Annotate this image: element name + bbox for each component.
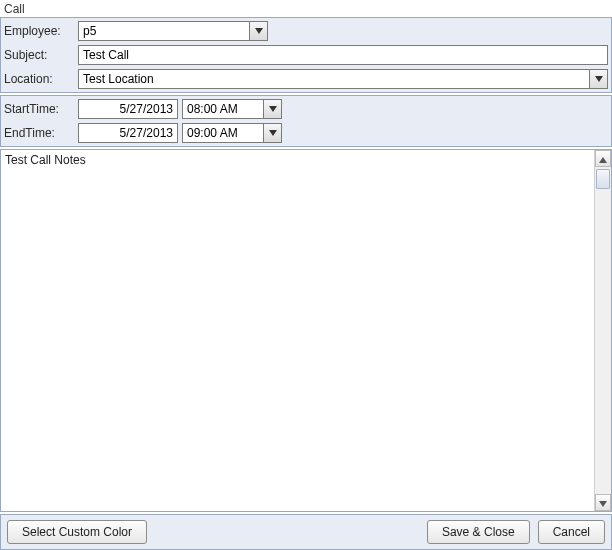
chevron-down-icon (269, 106, 277, 112)
end-time-input[interactable] (183, 124, 263, 142)
subject-row: Subject: (4, 44, 608, 66)
cancel-button[interactable]: Cancel (538, 520, 605, 544)
start-time-dropdown-button[interactable] (263, 100, 281, 118)
location-dropdown-button[interactable] (589, 70, 607, 88)
start-time-combo[interactable] (182, 99, 282, 119)
chevron-down-icon (595, 76, 603, 82)
chevron-up-icon (599, 152, 607, 166)
notes-panel (0, 149, 612, 512)
end-date-input[interactable] (78, 123, 178, 143)
end-time-dropdown-button[interactable] (263, 124, 281, 142)
footer-bar: Select Custom Color Save & Close Cancel (0, 514, 612, 550)
end-label: EndTime: (4, 126, 74, 140)
chevron-down-icon (599, 496, 607, 510)
end-row: EndTime: (4, 122, 608, 144)
location-row: Location: (4, 68, 608, 90)
select-custom-color-button[interactable]: Select Custom Color (7, 520, 147, 544)
scroll-up-button[interactable] (595, 150, 611, 167)
call-dialog: Call Employee: Subject: Location: (0, 0, 612, 550)
employee-label: Employee: (4, 24, 74, 38)
chevron-down-icon (269, 130, 277, 136)
start-date-input[interactable] (78, 99, 178, 119)
notes-scrollbar[interactable] (594, 150, 611, 511)
scroll-track[interactable] (595, 167, 611, 494)
location-input[interactable] (79, 70, 589, 88)
location-combo[interactable] (78, 69, 608, 89)
basic-info-section: Employee: Subject: Location: (0, 17, 612, 93)
subject-input[interactable] (78, 45, 608, 65)
window-title: Call (0, 0, 612, 17)
subject-label: Subject: (4, 48, 74, 62)
scroll-down-button[interactable] (595, 494, 611, 511)
start-label: StartTime: (4, 102, 74, 116)
start-row: StartTime: (4, 98, 608, 120)
chevron-down-icon (255, 28, 263, 34)
location-label: Location: (4, 72, 74, 86)
scroll-thumb[interactable] (596, 169, 610, 189)
employee-combo[interactable] (78, 21, 268, 41)
end-time-combo[interactable] (182, 123, 282, 143)
employee-input[interactable] (79, 22, 249, 40)
save-close-button[interactable]: Save & Close (427, 520, 530, 544)
time-section: StartTime: EndTime: (0, 95, 612, 147)
start-time-input[interactable] (183, 100, 263, 118)
employee-row: Employee: (4, 20, 608, 42)
employee-dropdown-button[interactable] (249, 22, 267, 40)
notes-textarea[interactable] (1, 150, 594, 511)
